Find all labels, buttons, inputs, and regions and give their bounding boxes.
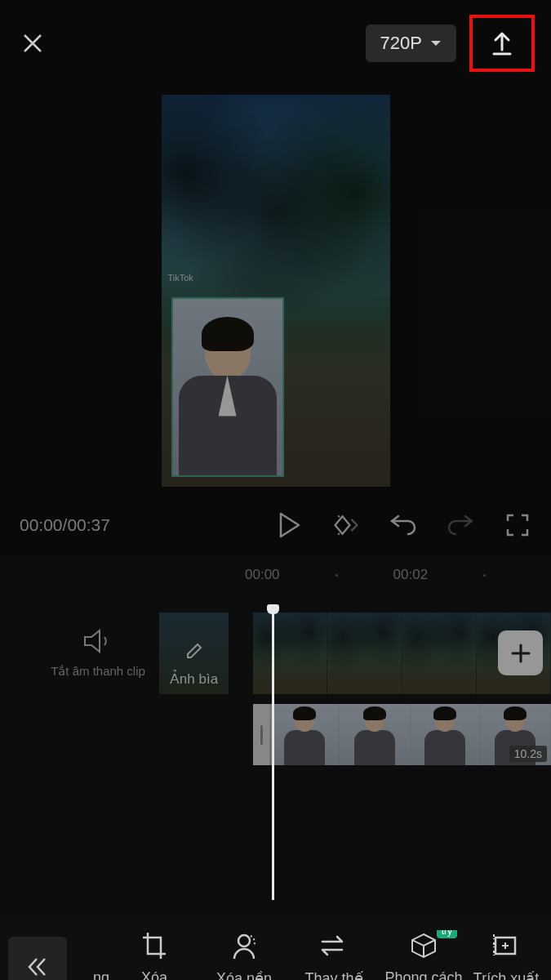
tool-style[interactable]: try Phong cách (379, 930, 469, 981)
resolution-selector[interactable]: 720P (366, 24, 456, 62)
timeline[interactable]: 00:00 00:02 Tắt âm thanh clip Ảnh bìa (0, 555, 551, 915)
extract-icon (492, 933, 520, 959)
clip-duration-badge: 10.2s (509, 746, 547, 762)
close-icon (20, 31, 45, 56)
chevron-down-icon (430, 39, 442, 47)
overlay-clip-selection[interactable] (171, 297, 284, 477)
resolution-label: 720P (380, 33, 422, 54)
time-ruler: 00:00 00:02 (0, 567, 551, 583)
speaker-icon (83, 629, 113, 653)
redo-button[interactable] (447, 511, 474, 539)
close-button[interactable] (16, 27, 49, 60)
keyframe-button[interactable] (332, 511, 360, 539)
cover-thumbnail-button[interactable]: Ảnh bìa (159, 612, 229, 694)
keyframe-icon (332, 512, 360, 538)
redo-icon (447, 514, 473, 537)
preview-canvas-area: TikTok (0, 87, 551, 503)
tool-extract-audio[interactable]: Trích xuất thanh (469, 930, 544, 981)
person-cutout-icon (229, 931, 259, 960)
pencil-icon (185, 642, 203, 660)
clip-trim-handle-left[interactable] (253, 704, 269, 765)
plus-icon (510, 643, 531, 664)
timecode-display: 00:00/00:37 (20, 515, 269, 535)
mute-clip-audio-button[interactable]: Tắt âm thanh clip (49, 629, 147, 679)
toolbar-back-button[interactable] (8, 937, 67, 981)
play-icon (278, 512, 300, 538)
tool-delete[interactable]: Xóa (109, 930, 199, 981)
mute-label: Tắt âm thanh clip (49, 663, 147, 679)
main-video-track[interactable] (253, 612, 551, 694)
chevrons-left-icon (25, 955, 50, 979)
fullscreen-icon (505, 513, 530, 537)
tiktok-watermark: TikTok (168, 273, 193, 283)
tool-item-partial[interactable]: ng (75, 930, 109, 981)
add-clip-button[interactable] (498, 630, 543, 675)
try-badge: try (437, 930, 457, 938)
bottom-toolbar: ng Xóa Xóa nền (0, 915, 551, 980)
cube-icon (409, 931, 438, 960)
tool-replace[interactable]: Thay thế (289, 930, 379, 981)
crop-icon (141, 931, 167, 960)
export-icon (487, 29, 517, 58)
overlay-track-clip[interactable]: 10.2s (253, 704, 551, 765)
replace-icon (319, 933, 349, 958)
play-button[interactable] (275, 511, 303, 539)
undo-icon (390, 514, 416, 537)
cover-label: Ảnh bìa (170, 670, 218, 688)
undo-button[interactable] (389, 511, 417, 539)
fullscreen-button[interactable] (504, 511, 531, 539)
playhead[interactable] (272, 606, 274, 900)
export-button[interactable] (469, 15, 535, 72)
tool-remove-background[interactable]: Xóa nền (199, 930, 289, 981)
svg-point-0 (238, 935, 250, 947)
video-canvas[interactable]: TikTok (162, 95, 390, 487)
